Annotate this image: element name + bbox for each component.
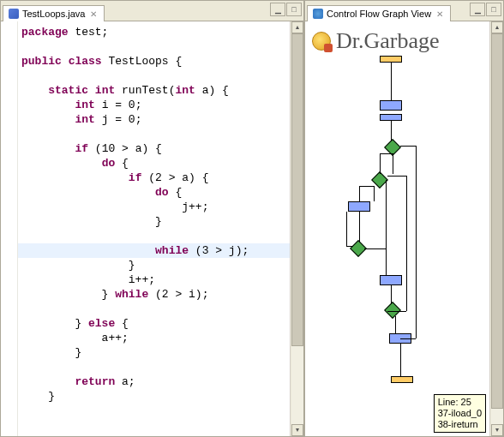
scroll-thumb[interactable] <box>291 33 303 346</box>
cfg-edge <box>346 246 353 247</box>
cfg-edge <box>359 212 360 242</box>
drgarbage-logo-icon <box>312 32 331 51</box>
cfg-edge <box>416 146 417 338</box>
cfg-edge <box>395 316 396 333</box>
code-editor[interactable]: package test; public class TestLoops { s… <box>18 21 290 436</box>
cfg-edge <box>387 311 406 312</box>
code-line <box>21 69 290 83</box>
cfg-edge <box>400 344 401 376</box>
code-line: a++; <box>21 331 290 345</box>
graph-area: Dr.Garbage <box>305 21 503 436</box>
vertical-scrollbar[interactable]: ▴ ▾ <box>290 21 303 436</box>
code-line: int i = 0; <box>21 98 290 112</box>
code-line: int j = 0; <box>21 112 290 127</box>
graph-view-icon <box>313 9 323 19</box>
code-line: } <box>21 258 290 272</box>
graph-pane: Control Flow Graph View ✕ ▁ □ Dr.Garbage <box>304 0 504 437</box>
code-line <box>21 127 290 141</box>
cfg-edge <box>406 176 407 311</box>
cfg-edge <box>400 146 416 147</box>
code-line: if (10 > a) { <box>21 141 290 156</box>
graph-tabbar: Control Flow Graph View ✕ ▁ □ <box>305 1 503 21</box>
cfg-edge <box>359 186 374 187</box>
code-line <box>21 229 290 243</box>
cfg-edge <box>374 186 375 201</box>
cfg-entry-node[interactable] <box>380 56 402 63</box>
code-line: public class TestLoops { <box>21 54 290 69</box>
cfg-edge <box>380 153 393 154</box>
scroll-track[interactable] <box>291 33 303 424</box>
scroll-down-icon[interactable]: ▾ <box>291 424 303 436</box>
code-line: package test; <box>21 25 290 39</box>
code-line: do { <box>21 185 290 200</box>
code-line: if (2 > a) { <box>21 171 290 185</box>
code-line: static int runTest(int a) { <box>21 83 290 98</box>
code-line: while (3 > j); <box>21 243 290 258</box>
brand-text: Dr.Garbage <box>336 28 440 54</box>
code-line: } <box>21 214 290 229</box>
maximize-button[interactable]: □ <box>486 3 501 16</box>
cfg-exit-node[interactable] <box>391 376 413 383</box>
brand-label: Dr.Garbage <box>312 28 440 54</box>
cfg-edge <box>400 338 416 339</box>
cfg-edge <box>346 212 347 246</box>
tab-label: Control Flow Graph View <box>327 9 431 19</box>
code-line: } while (2 > i); <box>21 287 290 302</box>
graph-window-controls: ▁ □ <box>470 3 501 16</box>
minimize-button[interactable]: ▁ <box>270 3 285 16</box>
scroll-up-icon[interactable]: ▴ <box>291 21 303 33</box>
code-line: } else { <box>21 316 290 331</box>
node-tooltip: Line: 25 37-iload_0 38-ireturn <box>434 394 486 433</box>
cfg-edge <box>387 176 406 177</box>
tab-cfg-view[interactable]: Control Flow Graph View ✕ <box>307 5 451 21</box>
editor-pane: TestLoops.java ✕ ▁ □ package test; publi… <box>0 0 304 437</box>
scroll-down-icon[interactable]: ▾ <box>491 424 503 436</box>
minimize-button[interactable]: ▁ <box>470 3 485 16</box>
cfg-node[interactable] <box>380 114 402 121</box>
code-line: j++; <box>21 200 290 214</box>
cfg-edge <box>364 248 386 249</box>
editor-gutter <box>1 21 18 436</box>
cfg-node[interactable] <box>380 275 402 285</box>
cfg-edge <box>393 153 393 174</box>
cfg-edge <box>386 180 387 275</box>
code-line: do { <box>21 156 290 171</box>
cfg-edge <box>391 285 392 304</box>
tooltip-line: 38-ireturn <box>438 419 482 430</box>
cfg-edge <box>380 153 381 174</box>
cfg-edge <box>359 186 360 201</box>
graph-canvas[interactable]: Dr.Garbage <box>305 21 489 436</box>
cfg-edge <box>391 121 392 141</box>
cfg-node[interactable] <box>380 100 402 111</box>
code-line: return a; <box>21 374 290 389</box>
tab-testloops[interactable]: TestLoops.java ✕ <box>3 5 105 21</box>
tooltip-line: 37-iload_0 <box>438 408 482 419</box>
code-line: } <box>21 389 290 404</box>
maximize-button[interactable]: □ <box>286 3 302 16</box>
scroll-thumb[interactable] <box>491 33 503 409</box>
cfg-decision-node[interactable] <box>384 302 401 319</box>
editor-window-controls: ▁ □ <box>270 3 302 16</box>
close-icon[interactable]: ✕ <box>435 9 445 19</box>
code-line <box>21 302 290 316</box>
scroll-track[interactable] <box>491 33 503 424</box>
code-line <box>21 39 290 54</box>
code-line: } <box>21 345 290 360</box>
cfg-node[interactable] <box>348 201 370 212</box>
scroll-up-icon[interactable]: ▴ <box>491 21 503 33</box>
tab-label: TestLoops.java <box>22 9 85 19</box>
vertical-scrollbar[interactable]: ▴ ▾ <box>489 21 503 436</box>
close-icon[interactable]: ✕ <box>88 9 99 19</box>
editor-tabbar: TestLoops.java ✕ ▁ □ <box>1 1 303 21</box>
code-line: i++; <box>21 272 290 287</box>
java-file-icon <box>9 9 19 19</box>
tooltip-line: Line: 25 <box>438 397 482 408</box>
editor-area: package test; public class TestLoops { s… <box>1 21 303 436</box>
code-line <box>21 360 290 374</box>
cfg-edge <box>391 63 392 100</box>
